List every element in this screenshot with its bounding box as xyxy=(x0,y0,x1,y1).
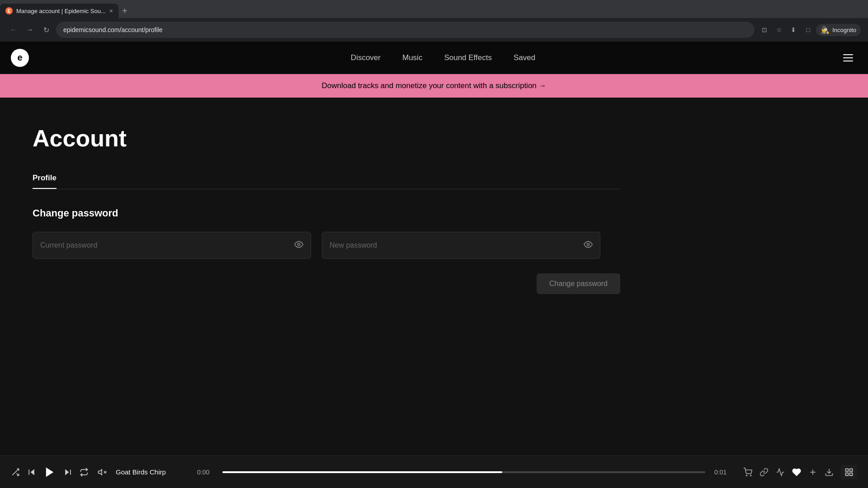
browser-nav: ← → ↻ ⊡ ☆ ⬇ □ 🕵 Incognito xyxy=(0,18,868,42)
reload-button[interactable]: ↻ xyxy=(40,23,52,36)
add-button[interactable] xyxy=(808,468,817,477)
password-fields xyxy=(33,232,600,259)
nav-icons: ⊡ ☆ ⬇ □ 🕵 Incognito xyxy=(758,23,861,36)
download-icon[interactable]: ⬇ xyxy=(787,23,800,36)
menu-line-1 xyxy=(843,54,853,55)
tab-title: Manage account | Epidemic Sou... xyxy=(16,8,106,14)
cart-icon xyxy=(743,468,752,477)
nav-discover[interactable]: Discover xyxy=(351,53,381,62)
heart-icon xyxy=(792,468,801,477)
cast-icon[interactable]: ⊡ xyxy=(758,23,771,36)
track-name: Goat Birds Chirp xyxy=(116,468,188,476)
new-password-input[interactable] xyxy=(330,241,584,249)
new-password-field xyxy=(322,232,600,259)
tab-profile[interactable]: Profile xyxy=(33,174,57,189)
download-track-icon xyxy=(825,468,834,477)
cart-button[interactable] xyxy=(743,468,752,477)
change-password-row: Change password xyxy=(33,273,620,294)
forward-button[interactable]: → xyxy=(24,23,36,36)
promo-banner[interactable]: Download tracks and monetize your conten… xyxy=(0,74,868,98)
incognito-avatar: 🕵 xyxy=(821,26,830,34)
change-password-heading: Change password xyxy=(33,207,600,219)
shuffle-icon xyxy=(11,468,20,477)
time-start: 0:00 xyxy=(197,469,213,476)
svg-point-0 xyxy=(298,243,300,245)
download-track-button[interactable] xyxy=(825,468,834,477)
previous-button[interactable] xyxy=(27,468,36,477)
section-divider xyxy=(33,189,620,189)
svg-marker-4 xyxy=(31,469,34,475)
svg-marker-9 xyxy=(99,469,102,475)
incognito-label: Incognito xyxy=(832,27,856,33)
url-bar[interactable] xyxy=(56,22,755,38)
extensions-icon[interactable]: □ xyxy=(802,23,814,36)
svg-marker-7 xyxy=(65,469,69,475)
player-controls xyxy=(11,466,89,479)
volume-button[interactable] xyxy=(98,468,107,477)
queue-button[interactable] xyxy=(841,465,857,479)
progress-fill xyxy=(222,471,502,473)
add-icon xyxy=(808,468,817,477)
banner-text: Download tracks and monetize your conten… xyxy=(321,81,546,90)
time-end: 0:01 xyxy=(714,469,731,476)
svg-rect-20 xyxy=(850,473,853,475)
player-actions xyxy=(743,465,857,479)
change-password-button[interactable]: Change password xyxy=(537,273,620,294)
svg-rect-19 xyxy=(846,473,849,475)
svg-point-13 xyxy=(750,475,751,476)
svg-rect-18 xyxy=(850,469,853,471)
favorite-button[interactable] xyxy=(792,468,801,477)
toggle-current-password-button[interactable] xyxy=(294,240,303,251)
browser-tabs: E Manage account | Epidemic Sou... × + xyxy=(0,0,868,18)
waveform-icon xyxy=(776,468,785,477)
back-button[interactable]: ← xyxy=(7,23,20,36)
player-bar: Goat Birds Chirp 0:00 0:01 xyxy=(0,455,868,488)
current-password-field xyxy=(33,232,311,259)
current-password-input[interactable] xyxy=(40,241,294,249)
queue-icon xyxy=(844,468,854,477)
header-right xyxy=(839,49,857,67)
play-icon xyxy=(43,466,56,479)
repeat-button[interactable] xyxy=(80,468,89,477)
section-tabs: Profile xyxy=(33,174,600,189)
svg-marker-6 xyxy=(46,467,53,477)
nav-sound-effects[interactable]: Sound Effects xyxy=(444,53,492,62)
new-tab-button[interactable]: + xyxy=(118,6,131,16)
browser-chrome: E Manage account | Epidemic Sou... × + ←… xyxy=(0,0,868,42)
play-button[interactable] xyxy=(43,466,56,479)
link-icon xyxy=(760,468,769,477)
incognito-button[interactable]: 🕵 Incognito xyxy=(816,24,861,36)
main-content: Account Profile Change password xyxy=(0,98,633,321)
nav-saved[interactable]: Saved xyxy=(514,53,535,62)
menu-line-3 xyxy=(843,61,853,61)
shuffle-button[interactable] xyxy=(11,468,20,477)
link-button[interactable] xyxy=(760,468,769,477)
svg-point-12 xyxy=(746,475,747,476)
tab-close-button[interactable]: × xyxy=(109,7,113,14)
waveform-button[interactable] xyxy=(776,468,785,477)
browser-tab-active[interactable]: E Manage account | Epidemic Sou... × xyxy=(0,4,118,18)
logo[interactable]: e xyxy=(11,49,29,67)
page-title: Account xyxy=(33,125,600,152)
volume-icon xyxy=(98,468,107,477)
next-icon xyxy=(63,468,72,477)
progress-bar[interactable] xyxy=(222,471,705,473)
main-nav: Discover Music Sound Effects Saved xyxy=(47,53,839,62)
next-button[interactable] xyxy=(63,468,72,477)
app-header: e Discover Music Sound Effects Saved xyxy=(0,42,868,74)
eye-icon-2 xyxy=(584,240,593,249)
menu-button[interactable] xyxy=(839,49,857,67)
nav-music[interactable]: Music xyxy=(402,53,422,62)
eye-icon xyxy=(294,240,303,249)
svg-rect-17 xyxy=(846,469,849,471)
bookmark-icon[interactable]: ☆ xyxy=(773,23,785,36)
tab-favicon: E xyxy=(5,7,13,14)
prev-icon xyxy=(27,468,36,477)
repeat-icon xyxy=(80,468,89,477)
svg-point-1 xyxy=(587,243,590,245)
toggle-new-password-button[interactable] xyxy=(584,240,593,251)
menu-line-2 xyxy=(843,57,853,58)
